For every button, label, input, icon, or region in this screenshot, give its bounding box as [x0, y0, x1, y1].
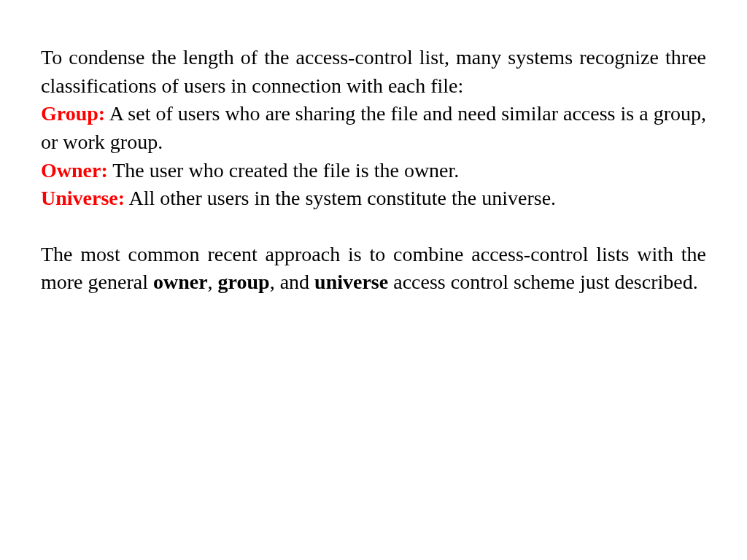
p2-part-e: , and [270, 271, 314, 293]
p2-bold-universe: universe [314, 271, 388, 293]
label-group: Group: [41, 102, 105, 125]
intro-paragraph: To condense the length of the access-con… [41, 44, 706, 100]
text-group: A set of users who are sharing the file … [41, 102, 706, 153]
label-universe: Universe: [41, 187, 125, 209]
p2-bold-group: group [218, 271, 270, 293]
label-owner: Owner: [41, 159, 108, 182]
p2-part-g: access control scheme just described. [388, 271, 698, 293]
slide-content: To condense the length of the access-con… [41, 44, 706, 297]
paragraph-gap [41, 213, 706, 241]
p2-bold-owner: owner [153, 271, 208, 293]
text-universe: All other users in the system constitute… [125, 187, 556, 209]
closing-paragraph: The most common recent approach is to co… [41, 241, 706, 297]
p2-part-c: , [208, 271, 218, 293]
text-owner: The user who created the file is the own… [108, 159, 460, 182]
definition-owner: Owner: The user who created the file is … [41, 157, 706, 185]
definition-group: Group: A set of users who are sharing th… [41, 100, 706, 156]
definition-universe: Universe: All other users in the system … [41, 184, 706, 213]
